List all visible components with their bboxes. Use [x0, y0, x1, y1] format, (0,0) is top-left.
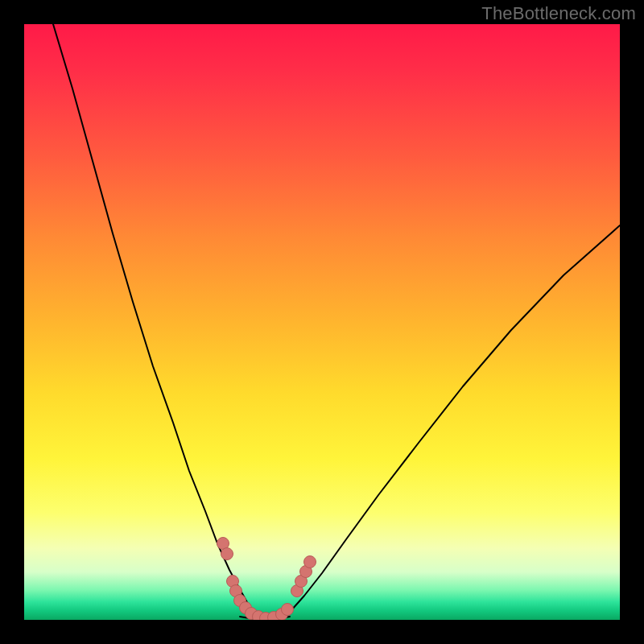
watermark-text: TheBottleneck.com [481, 3, 636, 24]
chart-frame: TheBottleneck.com [0, 0, 644, 644]
plot-area [24, 24, 620, 620]
marker-dot [221, 548, 233, 560]
curve-group [53, 24, 620, 619]
marker-dot [282, 604, 294, 616]
curve-left-curve [53, 24, 259, 618]
marker-group [217, 538, 316, 621]
curve-right-curve [283, 225, 620, 618]
marker-dot [304, 556, 316, 568]
curve-layer [24, 24, 620, 620]
